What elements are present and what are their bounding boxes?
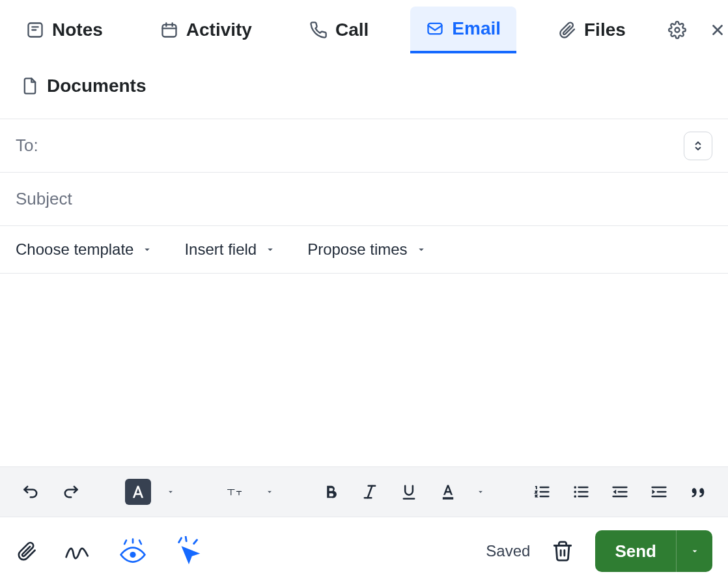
visibility-tracking-button[interactable] xyxy=(119,537,147,565)
text-color-button[interactable] xyxy=(435,479,461,505)
svg-point-3 xyxy=(675,28,679,33)
to-label: To: xyxy=(16,136,38,156)
delete-draft-button[interactable] xyxy=(551,538,574,564)
undo-button[interactable] xyxy=(18,479,44,505)
tab-label: Activity xyxy=(186,20,252,40)
ordered-list-button[interactable] xyxy=(529,479,555,505)
email-icon xyxy=(426,20,444,38)
note-icon xyxy=(26,21,44,39)
svg-point-7 xyxy=(574,495,576,498)
choose-template-dropdown[interactable]: Choose template xyxy=(16,240,153,259)
tab-notes[interactable]: Notes xyxy=(10,8,119,52)
attach-file-button[interactable] xyxy=(16,538,38,564)
tab-label: Call xyxy=(335,20,369,40)
unordered-list-icon xyxy=(572,483,590,501)
text-size-icon xyxy=(225,483,244,501)
tabs-row-2: Documents xyxy=(10,53,718,119)
email-body-editor[interactable] xyxy=(0,274,728,466)
bold-icon xyxy=(322,483,340,501)
tab-activity[interactable]: Activity xyxy=(145,8,268,52)
tab-call[interactable]: Call xyxy=(294,8,384,52)
subject-input[interactable] xyxy=(16,184,712,214)
tab-files[interactable]: Files xyxy=(542,8,641,52)
caret-down-icon xyxy=(690,546,700,556)
font-size-button[interactable] xyxy=(219,479,250,505)
expand-recipients-toggle[interactable] xyxy=(684,132,712,160)
phone-icon xyxy=(309,21,328,39)
caret-down-icon xyxy=(264,244,276,255)
ordered-list-icon xyxy=(533,483,551,501)
history-group xyxy=(10,479,91,505)
underline-icon xyxy=(400,483,418,501)
outdent-icon xyxy=(611,483,629,501)
calendar-icon xyxy=(160,21,178,39)
font-size-group xyxy=(211,479,284,505)
save-status: Saved xyxy=(486,542,530,560)
indent-icon xyxy=(650,483,668,501)
tabs-row-1: Notes Activity Call Email xyxy=(10,7,718,53)
insert-field-dropdown[interactable]: Insert field xyxy=(184,240,276,259)
signature-button[interactable] xyxy=(64,538,92,564)
subject-field-row xyxy=(0,173,728,226)
send-button[interactable]: Send xyxy=(595,530,712,572)
underline-button[interactable] xyxy=(396,479,422,505)
action-right-group: Saved Send xyxy=(486,530,712,572)
to-field-row: To: xyxy=(0,119,728,173)
smart-compose-button[interactable] xyxy=(173,535,204,567)
text-color-icon xyxy=(439,483,457,501)
tab-label: Documents xyxy=(47,76,146,96)
caret-down-icon xyxy=(415,244,427,255)
close-icon xyxy=(709,21,726,38)
font-family-button[interactable] xyxy=(125,479,151,505)
dropdown-label: Insert field xyxy=(184,240,257,259)
font-style-group xyxy=(117,479,185,505)
font-family-caret[interactable] xyxy=(164,479,177,505)
unordered-list-button[interactable] xyxy=(568,479,594,505)
trash-icon xyxy=(552,540,574,562)
svg-point-5 xyxy=(574,486,576,489)
quote-icon xyxy=(689,483,707,501)
tab-documents[interactable]: Documents xyxy=(16,69,151,103)
propose-times-dropdown[interactable]: Propose times xyxy=(307,240,427,259)
bold-button[interactable] xyxy=(318,479,344,505)
italic-icon xyxy=(361,483,379,501)
tab-email[interactable]: Email xyxy=(410,7,516,53)
send-options-caret[interactable] xyxy=(676,530,712,572)
dropdown-label: Choose template xyxy=(16,240,133,259)
italic-button[interactable] xyxy=(357,479,383,505)
font-size-caret[interactable] xyxy=(263,479,276,505)
action-left-group xyxy=(16,535,204,567)
template-dropdown-row: Choose template Insert field Propose tim… xyxy=(0,226,728,274)
blockquote-button[interactable] xyxy=(685,479,711,505)
caret-down-icon xyxy=(476,487,485,496)
to-input[interactable] xyxy=(38,130,684,161)
paperclip-icon xyxy=(16,541,37,562)
indent-button[interactable] xyxy=(646,479,672,505)
tabs-region: Notes Activity Call Email xyxy=(0,0,728,119)
bottom-action-bar: Saved Send xyxy=(0,517,728,585)
settings-button[interactable] xyxy=(667,20,687,40)
dropdown-label: Propose times xyxy=(307,240,407,259)
tab-label: Files xyxy=(584,20,626,40)
undo-icon xyxy=(22,483,40,501)
svg-rect-4 xyxy=(443,497,453,500)
text-color-caret[interactable] xyxy=(474,479,487,505)
svg-point-8 xyxy=(130,552,135,558)
tabs-right-controls xyxy=(667,20,727,40)
list-group xyxy=(521,479,719,505)
gear-icon xyxy=(668,21,686,39)
tab-label: Notes xyxy=(52,20,103,40)
chevron-up-down-icon xyxy=(692,139,705,152)
svg-rect-1 xyxy=(162,25,176,37)
close-button[interactable] xyxy=(708,20,727,40)
signature-icon xyxy=(64,540,92,562)
font-a-icon xyxy=(129,483,147,501)
caret-down-icon xyxy=(166,487,175,496)
send-label: Send xyxy=(595,541,676,562)
caret-down-icon xyxy=(141,244,153,255)
redo-button[interactable] xyxy=(57,479,83,505)
caret-down-icon xyxy=(265,487,274,496)
email-composer: Notes Activity Call Email xyxy=(0,0,728,585)
outdent-button[interactable] xyxy=(607,479,633,505)
svg-point-6 xyxy=(574,491,576,493)
